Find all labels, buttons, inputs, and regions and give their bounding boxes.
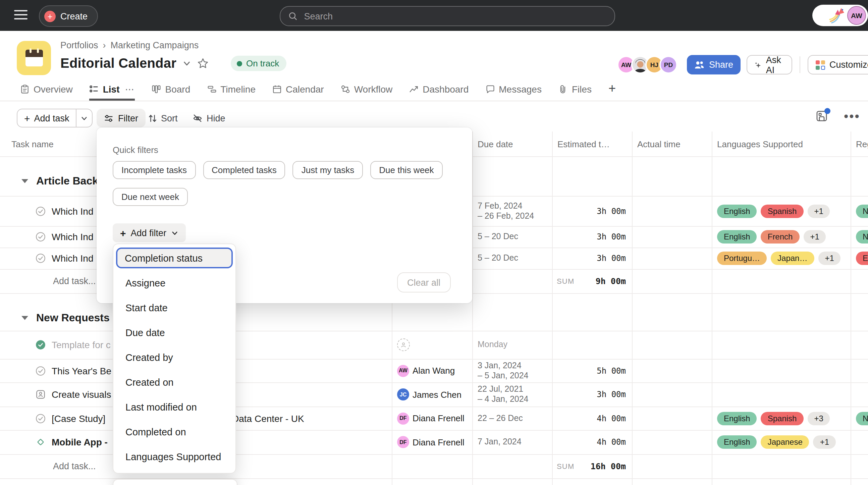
menu-item-completion-status[interactable]: Completion status: [116, 247, 233, 268]
user-avatar[interactable]: AW: [847, 6, 866, 25]
tab-options-icon[interactable]: ⋯: [125, 84, 135, 95]
due-date-cell[interactable]: 5 – 20 Dec: [477, 253, 518, 263]
language-tag[interactable]: Spanish: [761, 205, 804, 218]
collapse-triangle-icon[interactable]: [22, 316, 28, 320]
menu-item-completed-on[interactable]: Completed on: [113, 419, 236, 444]
language-overflow-tag[interactable]: +1: [813, 435, 836, 449]
add-task-inline[interactable]: Add task...: [53, 276, 96, 286]
menu-item-created-on[interactable]: Created on: [113, 370, 236, 394]
estimated-time-cell[interactable]: 4h 00m: [552, 414, 626, 423]
region-cell[interactable]: NA: [856, 230, 868, 243]
menu-item-created-by[interactable]: Created by: [113, 345, 236, 370]
assignee-cell[interactable]: JC James Chen: [397, 388, 462, 400]
due-date-cell[interactable]: 7 Feb, 2024 – 26 Feb, 2024: [477, 201, 534, 221]
due-date-cell[interactable]: 7 Jan, 2024: [477, 437, 522, 447]
column-due-date[interactable]: Due date: [477, 139, 513, 149]
language-tag[interactable]: English: [717, 205, 757, 218]
tab-workflow[interactable]: Workflow: [341, 84, 393, 101]
language-tag[interactable]: French: [761, 230, 800, 243]
menu-item-languages-supported[interactable]: Languages Supported: [113, 444, 236, 469]
task-name[interactable]: Create visuals: [52, 389, 111, 400]
share-button[interactable]: Share: [687, 55, 741, 74]
assignee-placeholder-icon[interactable]: [397, 338, 410, 351]
task-name[interactable]: Template for c: [52, 339, 111, 350]
search-bar[interactable]: [280, 6, 615, 26]
menu-item-start-date[interactable]: Start date: [113, 295, 236, 320]
language-tag[interactable]: English: [717, 435, 757, 449]
search-input[interactable]: [303, 10, 607, 22]
languages-cell[interactable]: English Spanish +1: [717, 205, 830, 218]
language-tag[interactable]: Japan…: [771, 251, 814, 265]
language-tag[interactable]: English: [717, 412, 757, 425]
region-tag[interactable]: NA: [856, 230, 868, 243]
task-name[interactable]: This Year's Be: [52, 365, 111, 376]
estimated-time-cell[interactable]: 3h 00m: [552, 390, 626, 399]
language-tag[interactable]: English: [717, 230, 757, 243]
region-cell[interactable]: NA: [856, 205, 868, 218]
estimated-time-cell[interactable]: 3h 00m: [552, 253, 626, 263]
task-name[interactable]: Which Ind: [52, 232, 94, 242]
assignee-cell[interactable]: AW Alan Wang: [397, 365, 455, 377]
quick-filter-due-this-week[interactable]: Due this week: [370, 161, 442, 179]
estimated-time-cell[interactable]: 5h 00m: [552, 366, 626, 375]
breadcrumb-portfolios[interactable]: Portfolios: [60, 40, 98, 50]
avatar[interactable]: PD: [659, 56, 678, 74]
estimated-time-cell[interactable]: 3h 00m: [552, 232, 626, 242]
assignee-cell[interactable]: DF Diana Frenell: [397, 436, 465, 448]
column-region[interactable]: Regi: [856, 139, 868, 149]
due-date-cell[interactable]: Monday: [477, 340, 507, 350]
add-task-dropdown[interactable]: [77, 114, 92, 122]
tab-overview[interactable]: Overview: [20, 84, 73, 101]
task-name[interactable]: Mobile App -: [52, 437, 108, 448]
tab-files[interactable]: Files: [558, 84, 592, 101]
quick-filter-just-my-tasks[interactable]: Just my tasks: [293, 161, 363, 179]
language-overflow-tag[interactable]: +1: [803, 230, 826, 243]
collapse-triangle-icon[interactable]: [22, 179, 28, 183]
due-date-cell[interactable]: 5 – 20 Dec: [477, 232, 518, 242]
sidebar-menu-icon[interactable]: [14, 10, 28, 22]
language-tag[interactable]: Spanish: [761, 412, 804, 425]
clear-all-button[interactable]: Clear all: [397, 272, 451, 293]
region-cell[interactable]: NA: [856, 412, 868, 425]
tab-dashboard[interactable]: Dashboard: [409, 84, 469, 101]
languages-cell[interactable]: English Spanish +3: [717, 412, 830, 425]
column-languages[interactable]: Languages Supported: [717, 139, 803, 149]
add-task-inline[interactable]: Add task...: [53, 461, 96, 471]
menu-item-last-modified-on[interactable]: Last modified on: [113, 394, 236, 419]
status-badge[interactable]: On track: [231, 56, 286, 71]
region-tag[interactable]: NA: [856, 412, 868, 425]
estimated-time-cell[interactable]: 3h 00m: [552, 207, 626, 216]
languages-cell[interactable]: Portugu… Japan… +1: [717, 251, 841, 265]
due-date-cell[interactable]: 22 – 26 Dec: [477, 413, 523, 423]
quick-filter-due-next-week[interactable]: Due next week: [113, 188, 188, 206]
column-task-name[interactable]: Task name: [11, 139, 54, 149]
breadcrumb-project-group[interactable]: Marketing Campaigns: [111, 40, 199, 50]
quick-filter-completed-tasks[interactable]: Completed tasks: [203, 161, 285, 179]
milestone-diamond-icon[interactable]: [36, 437, 45, 447]
quick-filter-incomplete-tasks[interactable]: Incomplete tasks: [113, 161, 195, 179]
add-task-button[interactable]: + Add task: [17, 109, 93, 127]
check-circle-done-icon[interactable]: [36, 340, 45, 350]
more-options-icon[interactable]: •••: [844, 113, 860, 120]
task-name-suffix[interactable]: Data Center - UK: [232, 413, 304, 424]
due-date-cell[interactable]: 3 Jan, 2024 – 5 Jan, 2024: [477, 361, 529, 381]
column-estimated-time[interactable]: Estimated t…: [557, 139, 610, 149]
region-tag[interactable]: NA: [856, 205, 868, 218]
member-avatars[interactable]: AW HJ PD: [617, 56, 678, 74]
task-name[interactable]: Which Ind: [52, 253, 94, 264]
languages-cell[interactable]: English French +1: [717, 230, 826, 243]
create-button[interactable]: + Create: [39, 5, 98, 27]
estimated-time-cell[interactable]: 4h 00m: [552, 437, 626, 447]
customize-button[interactable]: Customize: [807, 55, 868, 74]
tab-timeline[interactable]: Timeline: [207, 84, 255, 101]
languages-cell[interactable]: English Japanese +1: [717, 435, 836, 449]
language-overflow-tag[interactable]: +1: [807, 205, 830, 218]
region-cell[interactable]: EM: [856, 251, 868, 265]
menu-item-due-date[interactable]: Due date: [113, 320, 236, 345]
save-view-button[interactable]: [816, 110, 829, 123]
check-circle-icon[interactable]: [36, 232, 45, 242]
approval-icon[interactable]: [36, 389, 45, 399]
assignee-cell[interactable]: DF Diana Frenell: [397, 412, 465, 424]
check-circle-icon[interactable]: [36, 413, 45, 423]
language-tag[interactable]: Portugu…: [717, 251, 767, 265]
